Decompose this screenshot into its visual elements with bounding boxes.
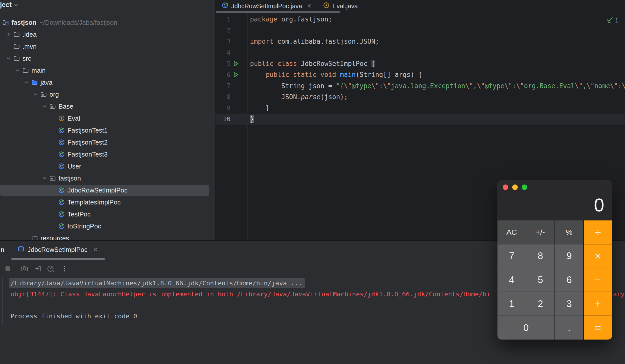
chevron-down-icon[interactable] [31, 91, 40, 97]
calc-key-AC[interactable]: AC [498, 220, 526, 244]
tree-item-label: src [22, 55, 31, 62]
calc-key-1[interactable]: 1 [498, 292, 526, 316]
tree-row-templatesimplpoc[interactable]: CTemplatesImplPoc [0, 196, 215, 208]
tree-row-src[interactable]: src [0, 52, 215, 64]
class-run-icon: C [58, 127, 67, 134]
tree-row-fastjsontest2[interactable]: CFastjsonTest2 [0, 136, 215, 148]
editor-line-2[interactable]: 2 [216, 25, 625, 36]
run-panel-title-fragment: n [0, 241, 4, 259]
line-number: 6 [216, 71, 230, 78]
code-area[interactable]: 1package org.fastjson;23import com.aliba… [216, 14, 625, 125]
line-number: 5 [216, 60, 230, 67]
project-panel: ject fastjson~/Downloads/Jaba/fastjson.i… [0, 0, 216, 240]
calc-key-5[interactable]: 5 [526, 268, 554, 292]
tree-row-user[interactable]: CUser [0, 160, 215, 172]
close-icon[interactable]: ✕ [93, 246, 98, 253]
tree-row-testpoc[interactable]: CTestPoc [0, 208, 215, 220]
calc-key-−[interactable]: − [584, 268, 612, 292]
console-icon [18, 245, 24, 254]
editor-line-6[interactable]: 6 public static void main(String[] args)… [216, 69, 625, 80]
minimize-window-button[interactable] [512, 184, 518, 190]
chevron-right-icon[interactable] [4, 31, 13, 37]
editor-line-1[interactable]: 1package org.fastjson; [216, 14, 625, 25]
chevron-down-icon[interactable] [40, 103, 49, 109]
scratch-file-icon [323, 2, 330, 10]
zoom-window-button[interactable] [522, 184, 527, 190]
editor-line-3[interactable]: 3import com.alibaba.fastjson.JSON; [216, 36, 625, 47]
tab-label: JdbcRowSetImplPoc.java [231, 2, 302, 10]
tree-row--mvn[interactable]: .mvn [0, 40, 215, 52]
calc-key-0[interactable]: 0 [498, 316, 554, 340]
chevron-down-icon[interactable] [4, 55, 13, 61]
gauge-icon[interactable] [46, 265, 55, 273]
editor-line-4[interactable]: 4 [216, 47, 625, 58]
tree-row-java[interactable]: java [0, 76, 215, 88]
editor-line-9[interactable]: 9 } [216, 102, 625, 113]
stop-icon[interactable] [4, 265, 11, 272]
tree-item-label: Eval [68, 115, 80, 122]
calc-key-7[interactable]: 7 [498, 244, 526, 268]
tree-row-fastjsontest1[interactable]: CFastjsonTest1 [0, 124, 215, 136]
import-test-results-icon[interactable] [34, 265, 42, 273]
tab-jdbcrowsetimplpoc-java[interactable]: C JdbcRowSetImplPoc.java ✕ [222, 2, 312, 10]
calc-key-8[interactable]: 8 [526, 244, 554, 268]
calc-key-4[interactable]: 4 [498, 268, 526, 292]
editor-line-10[interactable]: 10} [216, 114, 625, 125]
calc-key-.[interactable]: . [555, 316, 583, 340]
tree-row-tostringpoc[interactable]: CtoStringPoc [0, 220, 215, 232]
tree-row-fastjsontest3[interactable]: CFastjsonTest3 [0, 148, 215, 160]
calc-key-3[interactable]: 3 [555, 292, 583, 316]
tree-item-label: FastjsonTest1 [68, 127, 108, 134]
editor-line-5[interactable]: 5public class JdbcRowSetImplPoc { [216, 58, 625, 69]
project-panel-header[interactable]: ject [0, 1, 20, 9]
chevron-down-icon [12, 2, 20, 8]
project-root-path: ~/Downloads/Jaba/fastjson [40, 19, 117, 26]
calc-key-+[interactable]: + [584, 292, 612, 316]
tree-row--idea[interactable]: .idea [0, 28, 215, 40]
chevron-down-icon[interactable] [22, 79, 31, 85]
class-run-icon: C [58, 223, 67, 230]
tab-scrollbar[interactable] [216, 11, 340, 13]
tree-row-root-fastjson[interactable]: fastjson~/Downloads/Jaba/fastjson [0, 16, 215, 28]
run-gutter-icon[interactable] [230, 71, 241, 78]
more-vertical-icon[interactable] [61, 265, 68, 272]
tab-eval-java[interactable]: Eval.java [323, 2, 358, 10]
tree-row-base[interactable]: Base [0, 100, 215, 112]
calc-key-×[interactable]: × [584, 244, 612, 268]
folder-icon [31, 235, 40, 240]
tree-row-resources[interactable]: resources [0, 232, 215, 240]
calc-key-+/-[interactable]: +/- [526, 220, 554, 244]
run-gutter-icon[interactable] [230, 60, 241, 67]
calc-key-=[interactable]: = [584, 316, 612, 340]
calc-key-÷[interactable]: ÷ [584, 220, 612, 244]
close-icon[interactable]: ✕ [307, 3, 312, 9]
tree-item-label: resources [40, 234, 69, 240]
editor-line-7[interactable]: 7 String json = "{\"@type\":\"java.lang.… [216, 80, 625, 91]
tree-row-main[interactable]: main [0, 64, 215, 76]
code-text: public class JdbcRowSetImplPoc { [250, 60, 375, 67]
chevron-down-icon[interactable] [40, 175, 49, 181]
tree-row-org[interactable]: org [0, 88, 215, 100]
calculator-window[interactable]: 0 AC+/-%÷789×456−123+0.= [498, 181, 612, 340]
tree-item-label: .mvn [22, 43, 36, 50]
calc-key-9[interactable]: 9 [555, 244, 583, 268]
calc-key-2[interactable]: 2 [526, 292, 554, 316]
tree-item-label: main [32, 67, 46, 74]
tree-item-label: toStringPoc [68, 222, 101, 230]
calc-key-6[interactable]: 6 [555, 268, 583, 292]
project-header-label: ject [0, 1, 12, 9]
tree-item-label: java [40, 79, 52, 86]
tree-row-eval[interactable]: Eval [0, 112, 215, 124]
run-tab-scrollbar[interactable] [11, 258, 105, 260]
scratch-icon [58, 115, 67, 122]
calc-key-%[interactable]: % [555, 220, 583, 244]
folder-icon [13, 43, 22, 50]
camera-icon[interactable] [20, 265, 28, 273]
tree-row-jdbcrowsetimplpoc[interactable]: CJdbcRowSetImplPoc [0, 184, 215, 196]
editor-line-8[interactable]: 8 JSON.parse(json); [216, 91, 625, 102]
close-window-button[interactable] [503, 184, 508, 190]
run-tab-jdbcrowsetimplpoc[interactable]: JdbcRowSetImplPoc ✕ [18, 241, 98, 259]
chevron-down-icon[interactable] [13, 67, 22, 73]
traffic-lights [503, 184, 527, 190]
tree-row-fastjson[interactable]: fastjson [0, 172, 215, 184]
